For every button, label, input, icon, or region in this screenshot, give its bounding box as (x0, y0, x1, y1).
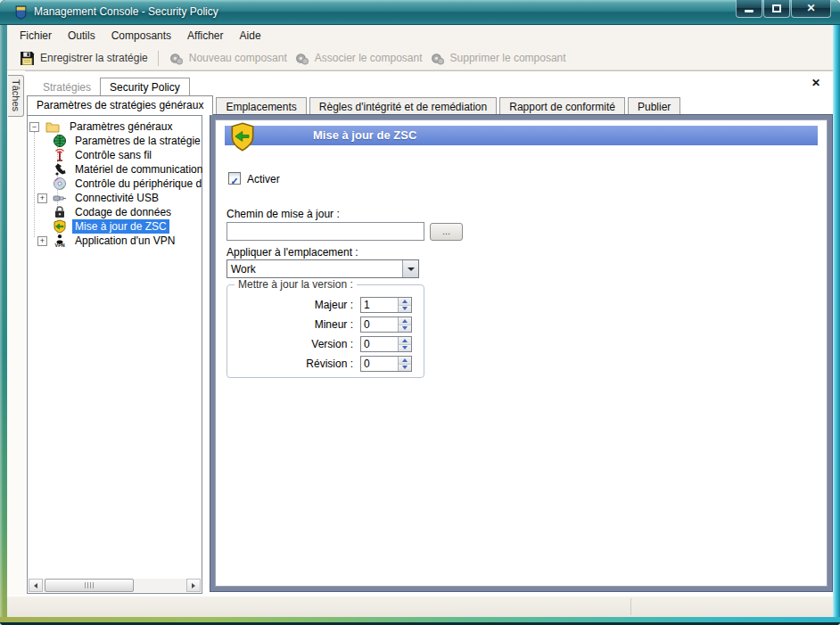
spinner-up-button[interactable] (399, 317, 411, 325)
client-area: Fichier Outils Composants Afficher Aide … (7, 25, 833, 617)
spinner-up-button[interactable] (399, 337, 411, 345)
menu-aide[interactable]: Aide (232, 27, 269, 45)
expand-expander-icon[interactable]: + (37, 236, 47, 246)
revision-spinner[interactable] (360, 356, 412, 372)
toolbar: Enregistrer la stratégie Nouveau composa… (7, 46, 833, 70)
tree-row[interactable]: Contrôle sans fil (28, 148, 202, 162)
browse-button[interactable]: ... (430, 223, 463, 241)
window-frame-right (833, 25, 840, 617)
tree-item-label[interactable]: Application d'un VPN (72, 234, 177, 248)
activer-checkbox[interactable]: ✓ (228, 172, 241, 185)
mineur-spinner[interactable] (360, 317, 412, 333)
spinner-up-button[interactable] (399, 357, 411, 365)
spinner-down-button[interactable] (399, 345, 411, 352)
left-gutter (7, 70, 25, 596)
spinner-up-button[interactable] (399, 298, 411, 306)
policy-tree-panel: − Paramètres généraux Paramè (27, 115, 202, 594)
tab-rapport-conformite[interactable]: Rapport de conformité (499, 97, 625, 115)
mineur-input[interactable] (361, 317, 398, 332)
chevron-down-icon (402, 366, 408, 369)
spinner-down-button[interactable] (399, 325, 411, 333)
spinner-down-button[interactable] (399, 306, 411, 313)
tree-item-label[interactable]: Paramètres de la stratégie (72, 134, 203, 148)
update-path-label: Chemin de mise à jour : (226, 208, 340, 220)
menu-fichier[interactable]: Fichier (12, 27, 60, 45)
version-row-majeur: Majeur : (227, 297, 424, 313)
tree-row[interactable]: + VPN Application d'un VPN (28, 234, 202, 248)
window-frame-left (0, 25, 7, 617)
tree-item-label[interactable]: Connectivité USB (72, 191, 161, 205)
close-button[interactable]: ✕ (791, 0, 831, 18)
save-policy-button[interactable]: Enregistrer la stratégie (16, 49, 152, 68)
combobox-dropdown-button[interactable] (402, 260, 418, 277)
expand-expander-icon[interactable]: + (37, 193, 47, 203)
maximize-button[interactable] (763, 0, 790, 18)
chevron-up-icon (402, 319, 408, 323)
panel-header: Mise à jour de ZSC (225, 126, 818, 145)
chevron-down-icon (402, 346, 408, 350)
chevron-down-icon (402, 307, 408, 310)
mineur-label: Mineur : (315, 318, 353, 331)
scroll-right-icon (192, 583, 195, 588)
minimize-icon (745, 10, 754, 12)
management-console-window: Management Console - Security Policy ✕ F… (0, 0, 840, 625)
title-bar[interactable]: Management Console - Security Policy ✕ (0, 0, 840, 25)
chevron-down-icon (408, 267, 415, 271)
collapse-expander-icon[interactable]: − (29, 122, 39, 132)
taches-side-tab[interactable]: Tâches (8, 75, 24, 117)
spinner-down-button[interactable] (399, 365, 411, 372)
tree-item-label[interactable]: Mise à jour de ZSC (72, 219, 169, 234)
tree-row[interactable]: Paramètres de la stratégie (28, 134, 202, 148)
close-icon: ✕ (806, 0, 815, 17)
tree-horizontal-scrollbar[interactable] (29, 579, 201, 592)
tab-emplacements[interactable]: Emplacements (216, 97, 306, 115)
associate-component-button[interactable]: Associer le composant (291, 49, 426, 68)
tree-row[interactable]: Codage de données (28, 205, 202, 219)
menu-afficher[interactable]: Afficher (179, 27, 231, 45)
tree-row[interactable]: Contrôle du périphérique d (28, 177, 202, 191)
save-policy-label: Enregistrer la stratégie (40, 52, 148, 64)
tree-item-label[interactable]: Contrôle du périphérique d (72, 177, 204, 191)
tree-row[interactable]: Matériel de communication (28, 162, 202, 177)
menu-composants[interactable]: Composants (103, 27, 179, 45)
menu-outils[interactable]: Outils (60, 27, 103, 45)
app-icon (13, 4, 29, 20)
tab-strategies[interactable]: Stratégies (34, 78, 100, 97)
tree-item-label[interactable]: Matériel de communication (72, 162, 205, 177)
scroll-right-button[interactable] (186, 579, 201, 592)
status-bar-divider (630, 598, 631, 615)
tab-security-policy[interactable]: Security Policy (100, 78, 190, 97)
majeur-spinner[interactable] (360, 297, 412, 313)
policy-tree: − Paramètres généraux Paramè (28, 119, 202, 248)
tab-publier[interactable]: Publier (628, 97, 680, 115)
wireless-control-icon (53, 148, 67, 162)
scrollbar-thumb[interactable] (45, 579, 134, 592)
minimize-button[interactable] (736, 0, 762, 18)
location-combobox[interactable]: Work (226, 259, 419, 278)
revision-input[interactable] (361, 357, 398, 371)
tab-regles-integrite[interactable]: Règles d'intégrité et de remédiation (309, 97, 497, 115)
close-view-icon[interactable]: ✕ (811, 77, 820, 89)
tree-row-selected[interactable]: Mise à jour de ZSC (28, 219, 202, 234)
activer-label: Activer (247, 173, 280, 185)
delete-component-button[interactable]: Supprimer le composant (426, 49, 570, 68)
tree-item-label[interactable]: Contrôle sans fil (72, 148, 154, 162)
folder-icon (45, 119, 60, 134)
panel-title: Mise à jour de ZSC (225, 126, 818, 145)
scrollbar-grip-icon (85, 582, 94, 588)
update-path-input[interactable] (226, 222, 424, 241)
new-component-button[interactable]: Nouveau composant (165, 49, 291, 68)
tab-parametres-generaux[interactable]: Paramètres de stratégies généraux (27, 95, 213, 115)
tree-row[interactable]: + Connectivité USB (28, 191, 202, 205)
tree-item-label[interactable]: Codage de données (72, 205, 174, 219)
majeur-input[interactable] (361, 298, 398, 312)
version-input[interactable] (361, 337, 398, 351)
majeur-label: Majeur : (315, 299, 353, 311)
window-title: Management Console - Security Policy (34, 0, 218, 24)
version-spinner[interactable] (360, 336, 412, 352)
tree-row-root[interactable]: − Paramètres généraux (28, 119, 202, 134)
scroll-left-button[interactable] (29, 579, 43, 592)
chevron-down-icon (402, 326, 408, 330)
comm-hardware-icon (53, 162, 67, 177)
tree-item-label[interactable]: Paramètres généraux (67, 119, 175, 134)
